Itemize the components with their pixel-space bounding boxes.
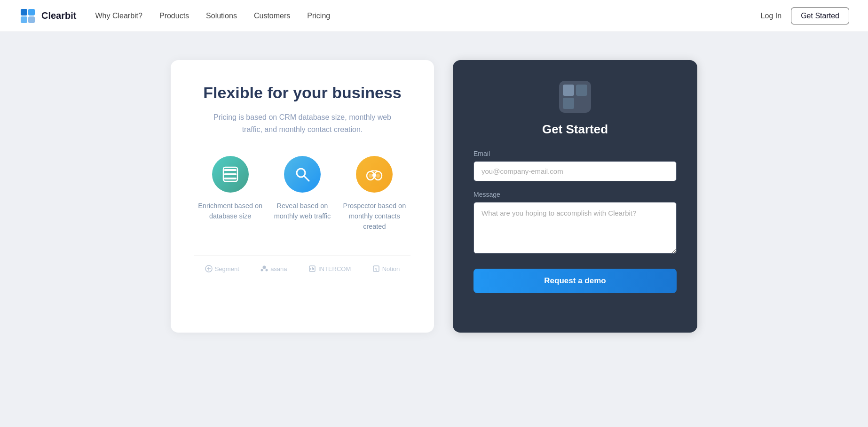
asana-icon (260, 265, 268, 272)
intercom-label: INTERCOM (318, 265, 351, 272)
notion-label: Notion (382, 265, 400, 272)
svg-point-21 (261, 269, 263, 272)
form-logo-icon (559, 81, 591, 113)
navbar: Clearbit Why Clearbit? Products Solution… (0, 0, 868, 32)
feature-prospector: Prospector based on monthly contacts cre… (341, 156, 407, 232)
left-card: Flexible for your business Pricing is ba… (171, 60, 434, 333)
login-link[interactable]: Log In (761, 12, 781, 20)
svg-rect-16 (372, 174, 376, 177)
nav-products[interactable]: Products (159, 12, 189, 20)
partner-asana: asana (260, 265, 287, 272)
nav-actions: Log In Get Started (761, 8, 849, 24)
get-started-button[interactable]: Get Started (791, 8, 849, 24)
enrichment-icon-circle (212, 156, 249, 193)
request-demo-button[interactable]: Request a demo (473, 269, 677, 293)
main-content: Flexible for your business Pricing is ba… (0, 32, 868, 427)
message-group: Message (473, 191, 677, 256)
nav-solutions[interactable]: Solutions (206, 12, 237, 20)
svg-rect-26 (313, 268, 314, 270)
nav-why-clearbit[interactable]: Why Clearbit? (95, 12, 142, 20)
svg-text:N: N (374, 267, 377, 272)
asana-label: asana (270, 265, 287, 272)
email-group: Email (473, 150, 677, 181)
segment-icon (205, 265, 213, 272)
partner-notion: N Notion (372, 265, 400, 272)
svg-rect-32 (563, 98, 574, 109)
email-label: Email (473, 150, 677, 157)
nav-customers[interactable]: Customers (254, 12, 290, 20)
intercom-icon (308, 265, 316, 272)
svg-point-20 (263, 266, 266, 269)
right-card: Get Started Email Message Request a demo (453, 60, 697, 333)
svg-rect-5 (224, 169, 237, 171)
email-input[interactable] (473, 161, 677, 181)
notion-icon: N (372, 265, 380, 272)
svg-rect-25 (312, 267, 313, 270)
svg-point-22 (266, 269, 268, 272)
left-card-subtitle: Pricing is based on CRM database size, m… (213, 111, 392, 135)
feature-reveal: Reveal based on monthly web traffic (269, 156, 335, 222)
reveal-label: Reveal based on monthly web traffic (269, 201, 335, 222)
message-textarea[interactable] (473, 202, 677, 254)
svg-rect-2 (28, 9, 35, 16)
logo[interactable]: Clearbit (19, 7, 76, 25)
svg-rect-31 (576, 85, 587, 96)
svg-rect-4 (28, 16, 35, 23)
prospector-icon-circle (356, 156, 393, 193)
prospector-label: Prospector based on monthly contacts cre… (341, 201, 407, 232)
reveal-icon-circle (284, 156, 321, 193)
features-row: Enrichment based on database size Reveal… (194, 156, 410, 232)
svg-rect-7 (224, 178, 237, 179)
enrichment-label: Enrichment based on database size (197, 201, 263, 222)
svg-rect-1 (21, 9, 27, 16)
form-title: Get Started (542, 122, 608, 137)
message-label: Message (473, 191, 677, 198)
binoculars-icon (365, 165, 384, 183)
svg-rect-24 (310, 268, 311, 270)
svg-rect-33 (576, 98, 587, 109)
list-icon (221, 165, 239, 183)
clearbit-logo-icon (19, 7, 37, 25)
svg-rect-6 (224, 173, 237, 175)
svg-line-13 (304, 176, 309, 181)
svg-rect-3 (21, 16, 27, 23)
logo-text: Clearbit (41, 10, 76, 21)
nav-links: Why Clearbit? Products Solutions Custome… (95, 12, 760, 20)
left-card-title: Flexible for your business (194, 84, 410, 102)
partner-intercom: INTERCOM (308, 265, 351, 272)
partner-logos: Segment asana INTERCOM (194, 255, 410, 272)
nav-pricing[interactable]: Pricing (307, 12, 330, 20)
search-icon (293, 165, 311, 183)
partner-segment: Segment (205, 265, 239, 272)
feature-enrichment: Enrichment based on database size (197, 156, 263, 222)
svg-point-17 (369, 174, 372, 178)
svg-point-18 (376, 174, 380, 178)
svg-rect-30 (563, 85, 574, 96)
segment-label: Segment (215, 265, 239, 272)
